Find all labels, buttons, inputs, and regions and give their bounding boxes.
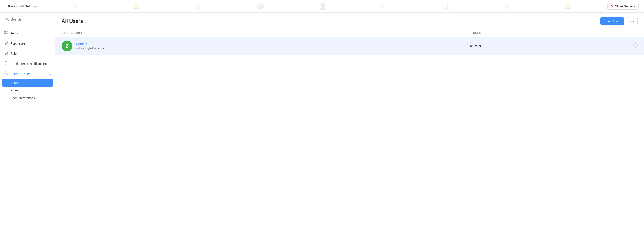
bg-icon-1: ⚙	[72, 2, 78, 10]
header-actions: Invite User •••	[600, 17, 638, 25]
sidebar-sub-label-roles: Roles	[10, 88, 18, 92]
close-settings-label: Close Settings	[615, 4, 635, 8]
user-info-cell: Z Patricia patriciab@zillum.com	[62, 40, 470, 51]
sidebar-sub-item-roles[interactable]: Roles	[0, 86, 55, 94]
sidebar-item-reminders[interactable]: Reminders & Notifications ›	[0, 58, 55, 69]
bg-icon-9: 🔔	[564, 2, 572, 10]
content-header: All Users ⌄ Invite User •••	[55, 12, 644, 29]
users-roles-chevron-icon: ⌄	[49, 72, 52, 76]
items-chevron-icon: ›	[50, 32, 52, 35]
svg-rect-2	[6, 33, 8, 34]
sidebar-label-users-roles: Users & Roles	[10, 72, 47, 76]
svg-point-9	[635, 45, 636, 46]
user-email: patriciab@zillum.com	[76, 46, 104, 50]
bg-icon-6: 🛍	[381, 2, 387, 10]
sidebar-sub-label-users: Users	[10, 81, 19, 84]
svg-rect-3	[4, 33, 6, 34]
sidebar-sub-item-user-preferences[interactable]: User Preferences	[0, 94, 55, 102]
sidebar: 🔍 Items ›	[0, 12, 55, 228]
user-settings-icon[interactable]	[633, 43, 638, 49]
purchases-chevron-icon: ›	[50, 42, 52, 45]
svg-rect-1	[6, 31, 8, 32]
svg-point-7	[7, 54, 8, 55]
chevron-left-icon: ‹	[6, 4, 6, 8]
sidebar-item-sales[interactable]: Sales ›	[0, 48, 55, 58]
reminders-icon	[4, 61, 8, 66]
more-options-button[interactable]: •••	[627, 17, 638, 25]
close-settings-button[interactable]: ✕ Close Settings	[608, 3, 638, 10]
avatar: Z	[62, 40, 72, 51]
topbar-decorative-icons: ⚙ 🔔 🛒 📦 👤 🛍 📊 ⚙ 🔔	[45, 0, 599, 12]
sort-icon[interactable]: ↕	[84, 32, 85, 34]
sidebar-sub-label-user-preferences: User Preferences	[10, 96, 35, 100]
sidebar-label-reminders: Reminders & Notifications	[10, 62, 48, 66]
reminders-chevron-icon: ›	[50, 62, 52, 65]
top-bar: ‹ Back to All Settings ⚙ 🔔 🛒 📦 👤 🛍 📊 ⚙ 🔔…	[0, 0, 644, 12]
search-container: 🔍	[0, 12, 55, 26]
table-row: Z Patricia patriciab@zillum.com Admin	[55, 37, 644, 55]
col-header-role: ROLE	[473, 31, 638, 34]
search-input[interactable]	[11, 18, 50, 21]
search-icon: 🔍	[5, 18, 9, 21]
bg-icon-8: ⚙	[504, 2, 510, 10]
users-table: USER DETAILS ↕ ROLE Z Patricia patriciab…	[55, 29, 644, 228]
sidebar-nav: Items › Purchases ›	[0, 26, 55, 228]
content-area: All Users ⌄ Invite User ••• USER DETAILS…	[55, 12, 644, 228]
sidebar-label-purchases: Purchases	[10, 42, 48, 45]
bg-icon-3: 🛒	[194, 2, 202, 10]
users-roles-icon	[4, 71, 8, 76]
svg-point-4	[5, 44, 6, 44]
sales-icon	[4, 51, 8, 56]
bg-icon-5: 👤	[319, 2, 327, 10]
svg-point-5	[7, 44, 8, 44]
sidebar-item-items[interactable]: Items ›	[0, 28, 55, 38]
page-title-wrap: All Users ⌄	[62, 18, 87, 24]
sidebar-item-users-roles[interactable]: Users & Roles ⌄	[0, 69, 55, 79]
bg-icon-4: 📦	[257, 2, 264, 10]
svg-point-8	[5, 72, 6, 73]
items-icon	[4, 31, 8, 36]
user-name-email: Patricia patriciab@zillum.com	[76, 42, 104, 50]
bg-icon-7: 📊	[442, 2, 450, 10]
sales-chevron-icon: ›	[50, 52, 52, 55]
sidebar-label-items: Items	[10, 32, 48, 35]
user-role-cell: Admin	[470, 44, 633, 48]
back-label: Back to All Settings	[8, 4, 37, 8]
table-header-row: USER DETAILS ↕ ROLE	[55, 29, 644, 37]
svg-point-6	[5, 54, 6, 55]
purchases-icon	[4, 41, 8, 46]
svg-rect-0	[4, 31, 6, 32]
back-to-settings-link[interactable]: ‹ Back to All Settings	[6, 4, 37, 8]
page-title: All Users	[62, 18, 83, 24]
main-layout: 🔍 Items ›	[0, 12, 644, 228]
close-x-icon: ✕	[611, 4, 614, 8]
col-header-user-details: USER DETAILS ↕	[62, 31, 473, 34]
sidebar-item-purchases[interactable]: Purchases ›	[0, 38, 55, 48]
title-dropdown-icon[interactable]: ⌄	[84, 19, 87, 24]
search-input-wrap[interactable]: 🔍	[3, 16, 52, 23]
invite-user-button[interactable]: Invite User	[600, 17, 624, 25]
user-name[interactable]: Patricia	[76, 42, 104, 46]
ellipsis-icon: •••	[630, 19, 635, 23]
sidebar-sub-item-users[interactable]: Users	[2, 79, 53, 86]
bg-icon-2: 🔔	[132, 2, 140, 10]
sidebar-label-sales: Sales	[10, 52, 48, 56]
